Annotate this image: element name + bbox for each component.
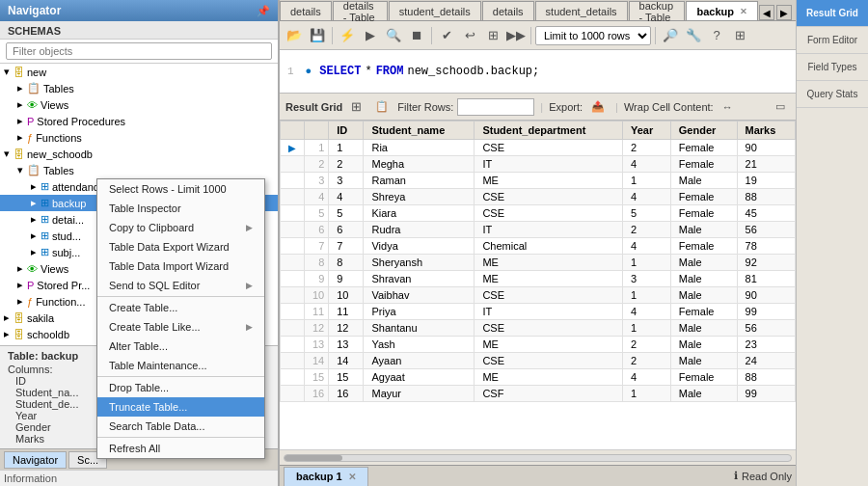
cell-year[interactable]: 5 [622,205,670,222]
table-row[interactable]: 1111PriyaIT4Female99 [281,304,796,320]
filter-input[interactable] [6,42,272,60]
top-tab-student-details[interactable]: student_details [389,1,481,20]
export-btn[interactable]: 📤 [586,96,610,118]
cell-id[interactable]: 3 [329,173,364,189]
table-row[interactable]: 1010VaibhavCSE1Male90 [281,287,796,304]
tree-arrow-new-functions[interactable]: ▸ [17,131,27,144]
cell-year[interactable]: 4 [622,238,670,255]
cm-item-copy-clipboard[interactable]: Copy to Clipboard▶ [97,218,264,237]
nav-resize-handle[interactable] [274,0,278,486]
save-btn[interactable]: 💾 [307,25,328,46]
cell-year[interactable]: 2 [622,353,670,369]
cell-dept[interactable]: ME [475,337,623,353]
cell-name[interactable]: Mayur [364,386,475,402]
cell-marks[interactable]: 19 [737,173,795,189]
cell-name[interactable]: Shreya [364,189,475,205]
more-btn[interactable]: ⊞ [729,25,750,46]
cell-id[interactable]: 15 [329,369,364,386]
h-scrollbar[interactable] [280,449,796,465]
top-tab-backup-table[interactable]: backup - Table [629,1,686,20]
tree-item-ns-tables[interactable]: ▾📋 Tables [0,162,278,178]
cell-dept[interactable]: CSE [475,140,623,156]
tab-next-btn[interactable]: ▶ [776,5,792,20]
cm-item-search-table[interactable]: Search Table Data... [97,417,264,436]
cell-id[interactable]: 9 [329,271,364,287]
cell-marks[interactable]: 56 [737,222,795,238]
top-tab-details-table[interactable]: details - Table [333,1,388,20]
table-row[interactable]: 22MeghaIT4Female21 [281,156,796,173]
cell-name[interactable]: Ayaan [364,353,475,369]
execute-btn[interactable]: ⚡ [337,25,358,46]
table-row[interactable]: 1414AyaanCSE2Male24 [281,353,796,369]
table-row[interactable]: ▶11RiaCSE2Female90 [281,140,796,156]
cell-dept[interactable]: Chemical [475,238,623,255]
wrap-btn[interactable]: ↔ [718,96,738,118]
side-tab-result-grid[interactable]: Result Grid [797,0,868,27]
cell-gender[interactable]: Male [670,222,737,238]
cell-marks[interactable]: 21 [737,156,795,173]
cell-gender[interactable]: Male [670,255,737,271]
table-row[interactable]: 99ShravanME3Male81 [281,271,796,287]
cell-marks[interactable]: 90 [737,140,795,156]
cell-dept[interactable]: CSE [475,353,623,369]
close-tab-icon[interactable]: ✕ [348,472,356,482]
cell-name[interactable]: Sheryansh [364,255,475,271]
open-file-btn[interactable]: 📂 [284,25,305,46]
bottom-tab-backup[interactable]: backup 1 ✕ [284,467,368,486]
panel-toggle-btn[interactable]: ▭ [771,96,790,118]
cell-name[interactable]: Megha [364,156,475,173]
cell-year[interactable]: 2 [622,337,670,353]
tree-item-new-stored[interactable]: ▸Ρ Stored Procedures [0,113,278,129]
tree-arrow-new-stored[interactable]: ▸ [17,115,27,127]
cm-item-create-table-like[interactable]: Create Table Like...▶ [97,317,264,337]
cell-id[interactable]: 13 [329,337,364,353]
cell-dept[interactable]: CSE [475,287,623,304]
cell-name[interactable]: Rudra [364,222,475,238]
tree-arrow-ns-subj[interactable]: ▸ [31,246,41,258]
cell-gender[interactable]: Male [670,337,737,353]
cell-gender[interactable]: Male [670,173,737,189]
tree-arrow-new-tables[interactable]: ▸ [17,82,27,94]
limit-select[interactable]: Limit to 1000 rows [535,26,651,45]
cell-id[interactable]: 7 [329,238,364,255]
cell-dept[interactable]: CSF [475,386,623,402]
beautify-btn[interactable]: 🔧 [683,25,704,46]
result-grid-icon-btn[interactable]: ⊞ [346,96,366,118]
col-header-student_department[interactable]: Student_department [475,122,623,140]
commit-btn[interactable]: ✔ [436,25,457,46]
tree-arrow-ns-tables[interactable]: ▾ [17,164,27,176]
table-row[interactable]: 33RamanME1Male19 [281,173,796,189]
table-row[interactable]: 1515AgyaatME4Female88 [281,369,796,386]
cell-dept[interactable]: CSE [475,189,623,205]
side-tab-field-types[interactable]: Field Types [797,54,868,81]
cell-id[interactable]: 14 [329,353,364,369]
tree-arrow-schooldb[interactable]: ▸ [4,328,14,340]
cell-year[interactable]: 2 [622,222,670,238]
exec-all-btn[interactable]: ▶▶ [505,25,527,46]
stop-btn[interactable]: ⏹ [406,25,427,46]
cell-dept[interactable]: ME [475,271,623,287]
cell-year[interactable]: 3 [622,271,670,287]
tab-prev-btn[interactable]: ◀ [759,5,774,20]
cell-name[interactable]: Kiara [364,205,475,222]
cell-gender[interactable]: Female [670,189,737,205]
cell-year[interactable]: 4 [622,369,670,386]
cm-item-export-wizard[interactable]: Table Data Export Wizard [97,237,264,256]
cell-marks[interactable]: 90 [737,287,795,304]
cell-name[interactable]: Vaibhav [364,287,475,304]
cm-item-truncate-table[interactable]: Truncate Table... [97,397,264,417]
table-row[interactable]: 77VidyaChemical4Female78 [281,238,796,255]
execute-sel-btn[interactable]: ▶ [360,25,381,46]
cell-marks[interactable]: 56 [737,320,795,337]
table-row[interactable]: 66RudraIT2Male56 [281,222,796,238]
cell-gender[interactable]: Male [670,386,737,402]
cell-gender[interactable]: Female [670,304,737,320]
cell-marks[interactable]: 99 [737,304,795,320]
cell-gender[interactable]: Female [670,205,737,222]
tree-arrow-ns-detai[interactable]: ▸ [31,213,41,226]
tree-arrow-ns-attendance[interactable]: ▸ [31,180,41,193]
cell-name[interactable]: Priya [364,304,475,320]
cell-marks[interactable]: 88 [737,369,795,386]
cell-name[interactable]: Shravan [364,271,475,287]
cell-marks[interactable]: 45 [737,205,795,222]
